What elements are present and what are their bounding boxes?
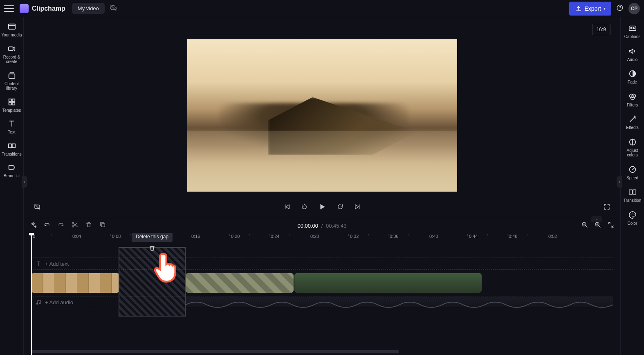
rewind-button[interactable] <box>301 203 308 212</box>
undo-button[interactable] <box>43 221 51 230</box>
audio-clip[interactable] <box>186 297 613 307</box>
skip-back-button[interactable] <box>283 203 291 212</box>
sidebar-item-your-media[interactable]: Your media <box>0 20 23 39</box>
zoom-in-button[interactable] <box>594 221 601 230</box>
play-button[interactable] <box>318 202 327 213</box>
video-clip-1[interactable] <box>31 273 119 293</box>
svg-rect-3 <box>8 47 13 50</box>
timeline-gap-selection[interactable]: Delete this gap <box>119 248 185 316</box>
app-name: Clipchamp <box>32 5 65 12</box>
rewind-icon <box>301 203 308 210</box>
chevron-left-icon: ‹ <box>619 180 620 184</box>
crop-toggle-button[interactable] <box>34 203 41 212</box>
total-duration: 00:45.43 <box>326 223 347 229</box>
svg-point-22 <box>632 213 633 213</box>
sidebar-item-templates[interactable]: Templates <box>0 96 23 115</box>
svg-point-29 <box>36 303 38 305</box>
adjust-icon <box>628 138 637 147</box>
timeline-ruler[interactable]: 00:040:080:120:160:200:240:280:320:360:4… <box>24 233 620 243</box>
skip-forward-button[interactable] <box>354 203 361 212</box>
user-avatar[interactable]: CP <box>628 3 640 14</box>
svg-point-21 <box>631 214 631 215</box>
playback-controls: ⌄ <box>24 197 620 218</box>
text-track[interactable]: + Add text <box>31 258 613 270</box>
play-icon <box>318 202 327 211</box>
playhead[interactable] <box>31 233 32 355</box>
ruler-tick-label: 0:04 <box>72 234 81 239</box>
fit-timeline-button[interactable] <box>607 221 615 230</box>
templates-icon <box>7 97 16 106</box>
forward-icon <box>337 203 344 210</box>
sidebar-item-transitions[interactable]: Transitions <box>0 140 23 158</box>
text-icon <box>7 119 16 128</box>
sidebar-item-transition[interactable]: Transition <box>621 186 644 205</box>
sidebar-item-label: Fade <box>628 80 637 85</box>
sidebar-item-brand-kit[interactable]: Brand kit <box>0 161 23 180</box>
text-icon <box>35 260 42 267</box>
sidebar-item-fade[interactable]: Fade <box>621 68 644 86</box>
sidebar-item-color[interactable]: Color <box>621 209 644 228</box>
zoom-out-button[interactable] <box>581 221 588 230</box>
svg-rect-2 <box>8 24 15 29</box>
ruler-tick-label: 0:24 <box>271 234 279 239</box>
ruler-tick-label: 0:40 <box>429 234 438 239</box>
svg-rect-5 <box>9 99 11 101</box>
redo-icon <box>57 221 65 228</box>
sidebar-item-label: Captions <box>624 34 640 39</box>
zoom-out-icon <box>581 221 588 228</box>
sidebar-item-label: Filters <box>627 103 638 108</box>
camera-icon <box>7 44 16 53</box>
sidebar-item-label: Adjust colors <box>621 148 644 158</box>
fullscreen-icon <box>603 203 610 210</box>
sidebar-item-speed[interactable]: Speed <box>621 163 644 182</box>
timeline-horizontal-scrollbar[interactable] <box>31 350 399 353</box>
media-icon <box>7 22 16 31</box>
svg-rect-6 <box>12 99 14 101</box>
export-label: Export <box>585 5 601 12</box>
app-logo-icon <box>20 4 29 13</box>
video-clip-3[interactable] <box>294 273 482 293</box>
collapse-icon <box>607 221 615 228</box>
delete-button[interactable] <box>85 221 92 230</box>
auto-compose-button[interactable] <box>29 221 37 230</box>
sidebar-item-adjust-colors[interactable]: Adjust colors <box>621 136 644 159</box>
split-button[interactable] <box>71 221 79 230</box>
timeline-body[interactable]: 00:040:080:120:160:200:240:280:320:360:4… <box>24 233 620 355</box>
sidebar-item-text[interactable]: Text <box>0 118 23 136</box>
help-button[interactable] <box>616 4 624 13</box>
sidebar-item-label: Audio <box>627 57 638 62</box>
sidebar-item-audio[interactable]: Audio <box>621 45 644 64</box>
add-audio-hint[interactable]: + Add audio <box>35 299 73 305</box>
upload-icon <box>575 5 582 12</box>
cloud-sync-off-icon[interactable] <box>110 4 117 13</box>
expand-right-panel-button[interactable]: ‹ <box>617 176 622 188</box>
video-clip-2[interactable] <box>186 273 294 293</box>
sidebar-item-label: Color <box>628 221 637 226</box>
project-title-input[interactable]: My video <box>72 3 105 14</box>
sidebar-item-content-library[interactable]: Content library <box>0 69 23 93</box>
redo-button[interactable] <box>57 221 65 230</box>
ruler-tick-label: 0:08 <box>112 234 121 239</box>
library-icon <box>7 71 16 80</box>
aspect-ratio-selector[interactable]: 16:9 <box>592 24 610 35</box>
sidebar-item-effects[interactable]: Effects <box>621 113 644 132</box>
sidebar-item-record-create[interactable]: Record & create <box>0 43 23 66</box>
hamburger-menu-icon[interactable] <box>4 4 14 14</box>
duplicate-button[interactable] <box>99 221 106 230</box>
ruler-tick-label: 0:32 <box>350 234 359 239</box>
forward-button[interactable] <box>337 203 344 212</box>
svg-rect-10 <box>12 144 15 147</box>
add-text-hint[interactable]: + Add text <box>35 260 69 267</box>
scissors-icon <box>71 221 79 228</box>
svg-rect-19 <box>629 190 632 194</box>
sidebar-item-captions[interactable]: Captions <box>621 22 644 41</box>
audio-track[interactable]: + Add audio <box>31 296 613 308</box>
fullscreen-button[interactable] <box>603 203 610 212</box>
video-preview-canvas[interactable] <box>187 39 457 192</box>
sidebar-item-filters[interactable]: Filters <box>621 90 644 109</box>
palette-icon <box>628 210 637 219</box>
video-track[interactable]: Delete this gap <box>31 272 613 294</box>
svg-rect-9 <box>8 144 11 147</box>
export-button[interactable]: Export ▾ <box>569 2 611 16</box>
skip-forward-icon <box>354 203 361 210</box>
